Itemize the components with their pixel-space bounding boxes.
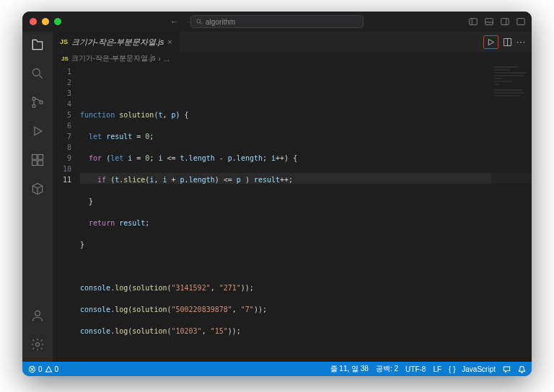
editor-area: JS 크기가-작은-부분문자열.js × ··· JS 크기가-작은-부분문자열… [53,32,532,362]
breadcrumb-sep: › [158,55,160,63]
file-tab[interactable]: JS 크기가-작은-부분문자열.js × [53,32,180,52]
svg-rect-18 [38,161,43,166]
editor-window: ← → algorithm [22,12,532,376]
close-window-button[interactable] [30,18,37,25]
svg-point-12 [32,104,35,107]
svg-rect-15 [32,155,38,160]
svg-rect-2 [470,19,478,25]
svg-line-10 [40,76,43,79]
source-control-tab[interactable] [30,95,45,112]
svg-point-9 [32,68,40,76]
search-icon [195,18,203,25]
settings-button[interactable] [30,337,45,355]
search-text: algorithm [206,18,235,26]
layout-sidebar-right-icon[interactable] [500,17,510,27]
tab-close-button[interactable]: × [167,37,172,46]
extensions-tab[interactable] [30,153,45,170]
svg-line-1 [200,22,202,24]
editor[interactable]: 1234567891011 function solution(t, p) { … [53,65,532,362]
svg-rect-16 [38,155,43,160]
line-gutter: 1234567891011 [53,65,80,362]
status-problems[interactable]: 0 0 [28,365,58,373]
more-actions-button[interactable]: ··· [516,37,526,47]
svg-rect-17 [32,161,38,166]
layout-panel-icon[interactable] [484,17,494,27]
svg-marker-21 [488,39,493,45]
accounts-button[interactable] [30,308,45,326]
svg-rect-8 [517,19,525,25]
tab-filename: 크기가-작은-부분문자열.js [71,37,164,48]
svg-point-0 [197,19,201,23]
package-tab[interactable] [30,182,45,199]
js-file-icon: JS [60,38,68,45]
warning-icon [45,365,53,373]
svg-rect-6 [501,19,509,25]
window-controls [30,18,61,25]
maximize-window-button[interactable] [54,18,61,25]
activity-bar [22,32,53,362]
titlebar: ← → algorithm [22,12,532,32]
minimize-window-button[interactable] [42,18,49,25]
play-icon [486,37,496,47]
breadcrumb-rest: ... [164,55,170,63]
code-area[interactable]: function solution(t, p) { let result = 0… [80,65,532,362]
breadcrumb-file: 크기가-작은-부분문자열.js [71,53,156,63]
tab-bar: JS 크기가-작은-부분문자열.js × ··· [53,32,532,52]
titlebar-right [468,17,526,27]
layout-sidebar-left-icon[interactable] [468,17,478,27]
svg-point-11 [32,97,35,100]
command-center-search[interactable]: algorithm [190,15,364,28]
tab-actions: ··· [483,32,532,52]
body: JS 크기가-작은-부분문자열.js × ··· JS 크기가-작은-부분문자열… [22,32,532,362]
customize-layout-icon[interactable] [516,17,526,27]
svg-rect-4 [485,19,493,25]
js-file-icon: JS [61,55,69,62]
svg-marker-14 [35,127,42,135]
nav-back-button[interactable]: ← [170,17,179,27]
split-editor-button[interactable] [503,37,512,47]
svg-point-19 [35,311,40,316]
error-icon [28,365,36,373]
run-debug-tab[interactable] [30,124,45,141]
explorer-tab[interactable] [30,37,45,55]
svg-point-20 [36,343,40,347]
search-tab[interactable] [30,66,45,84]
svg-point-13 [40,101,43,104]
breadcrumb[interactable]: JS 크기가-작은-부분문자열.js › ... [53,52,532,65]
run-button[interactable] [483,35,498,49]
